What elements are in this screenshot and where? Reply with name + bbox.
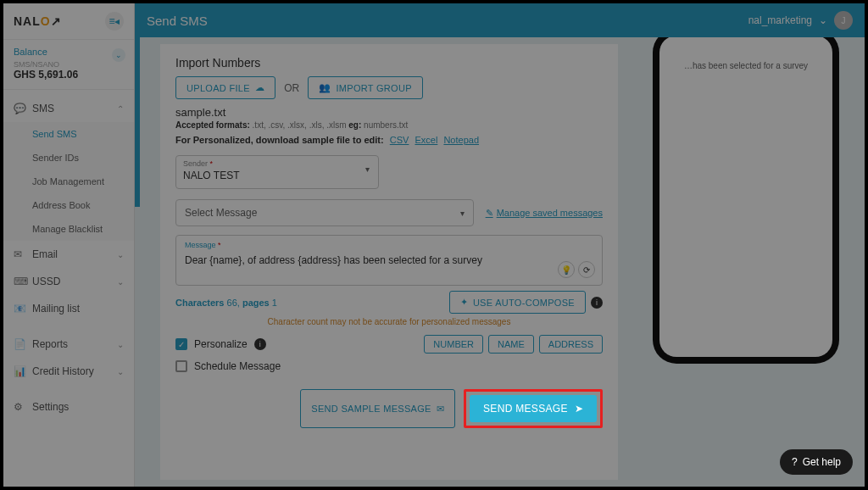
chat-icon: 💬: [14, 103, 25, 114]
select-message-dropdown[interactable]: Select Message ▾: [175, 199, 474, 226]
sparkle-icon: ✦: [460, 297, 468, 308]
help-icon: ?: [792, 456, 798, 468]
schedule-checkbox[interactable]: [175, 360, 187, 372]
sidebar: NALO↗ ≡◂ Balance SMS/NSANO GHS 5,691.06 …: [3, 3, 135, 487]
list-icon: 📧: [14, 303, 25, 315]
topbar: Send SMS nal_marketing ⌄ J: [135, 3, 865, 37]
nav-ussd[interactable]: ⌨USSD⌄: [3, 268, 134, 295]
info-icon[interactable]: i: [591, 297, 603, 309]
info-icon[interactable]: i: [254, 338, 266, 350]
chevron-down-icon: ▾: [460, 209, 465, 218]
gear-icon: ⚙: [14, 401, 25, 413]
nav: 💬SMS ⌃ Send SMS Sender IDs Job Managemen…: [3, 90, 134, 487]
highlight-annotation: SEND MESSAGE➤: [464, 389, 603, 428]
user-menu[interactable]: nal_marketing ⌄ J: [748, 11, 853, 30]
sender-select[interactable]: Sender NALO TEST ▾: [175, 155, 379, 189]
balance-amount: GHS 5,691.06: [14, 69, 124, 81]
var-address-button[interactable]: ADDRESS: [539, 335, 603, 354]
send-message-button[interactable]: SEND MESSAGE➤: [470, 395, 597, 422]
nav-reports[interactable]: 📄Reports⌄: [3, 331, 134, 358]
mail-icon: ✉: [437, 404, 444, 415]
uploaded-filename: sample.txt: [175, 106, 603, 119]
send-sms-form: Import Numbers UPLOAD FILE☁ OR 👥IMPORT G…: [160, 44, 618, 480]
sidebar-item-address-book[interactable]: Address Book: [3, 193, 134, 217]
nav-settings[interactable]: ⚙Settings: [3, 393, 134, 420]
download-csv-link[interactable]: CSV: [390, 135, 409, 145]
message-textarea[interactable]: Message Dear {name}, of address {address…: [175, 235, 603, 286]
sidebar-item-job-management[interactable]: Job Management: [3, 170, 134, 193]
collapse-sidebar-button[interactable]: ≡◂: [105, 12, 124, 31]
chevron-down-icon: ⌄: [117, 250, 124, 259]
nav-email[interactable]: ✉Email⌄: [3, 241, 134, 268]
manage-saved-messages-link[interactable]: ✎Manage saved messages: [486, 208, 603, 219]
cloud-upload-icon: ☁: [255, 82, 264, 93]
chevron-down-icon: ⌄: [117, 277, 124, 287]
logo: NALO↗: [14, 14, 62, 28]
char-count-warning: Character count may not be accurate for …: [175, 317, 603, 326]
send-icon: ➤: [575, 403, 583, 415]
chevron-down-icon: ⌄: [117, 340, 124, 349]
main: Send SMS nal_marketing ⌄ J Import Number…: [135, 3, 865, 487]
keypad-icon: ⌨: [14, 276, 25, 287]
nav-mailing-list[interactable]: 📧Mailing list: [3, 295, 134, 322]
var-name-button[interactable]: NAME: [488, 335, 534, 354]
auto-compose-button[interactable]: ✦USE AUTO-COMPOSE: [449, 291, 586, 314]
character-count: Characters 66, pages 1: [175, 298, 277, 308]
report-icon: 📄: [14, 338, 25, 350]
chevron-down-icon: ⌄: [117, 367, 124, 376]
chevron-down-icon[interactable]: ⌄: [112, 48, 125, 62]
mail-icon: ✉: [14, 248, 25, 260]
credit-icon: 📊: [14, 365, 25, 377]
chevron-up-icon: ⌃: [117, 104, 124, 114]
group-icon: 👥: [319, 82, 331, 93]
sidebar-item-sender-ids[interactable]: Sender IDs: [3, 146, 134, 170]
personalize-checkbox[interactable]: ✓: [175, 338, 187, 350]
upload-file-button[interactable]: UPLOAD FILE☁: [175, 76, 275, 99]
avatar: J: [834, 11, 853, 30]
sidebar-item-manage-blacklist[interactable]: Manage Blacklist: [3, 217, 134, 241]
nav-sms[interactable]: 💬SMS ⌃: [3, 95, 134, 122]
import-numbers-title: Import Numbers: [175, 56, 603, 70]
import-group-button[interactable]: 👥IMPORT GROUP: [308, 76, 423, 99]
download-notepad-link[interactable]: Notepad: [443, 135, 479, 145]
balance-sublabel: SMS/NSANO: [14, 60, 124, 69]
chevron-down-icon: ⌄: [819, 14, 827, 26]
download-excel-link[interactable]: Excel: [415, 135, 437, 145]
nav-credit-history[interactable]: 📊Credit History⌄: [3, 358, 134, 385]
page-title: Send SMS: [147, 14, 208, 28]
logo-row: NALO↗ ≡◂: [3, 3, 134, 40]
balance-label: Balance: [14, 47, 124, 57]
accepted-formats: Accepted formats: .txt, .csv, .xlsx, .xl…: [175, 120, 603, 130]
sidebar-item-send-sms[interactable]: Send SMS: [3, 122, 134, 146]
send-sample-button[interactable]: SEND SAMPLE MESSAGE✉: [300, 389, 455, 428]
chevron-down-icon: ▾: [365, 164, 370, 174]
get-help-button[interactable]: ?Get help: [780, 449, 853, 475]
nav-sms-subitems: Send SMS Sender IDs Job Management Addre…: [3, 122, 134, 241]
edit-icon: ✎: [486, 208, 493, 219]
lightbulb-icon[interactable]: 💡: [558, 261, 575, 278]
var-number-button[interactable]: NUMBER: [424, 335, 483, 354]
personalized-download-line: For Personalized, download sample file t…: [175, 135, 603, 145]
balance-box[interactable]: Balance SMS/NSANO GHS 5,691.06 ⌄: [3, 40, 134, 90]
phone-preview: …has been selected for a survey: [653, 37, 848, 368]
or-text: OR: [284, 82, 299, 94]
refresh-icon[interactable]: ⟳: [578, 261, 595, 278]
